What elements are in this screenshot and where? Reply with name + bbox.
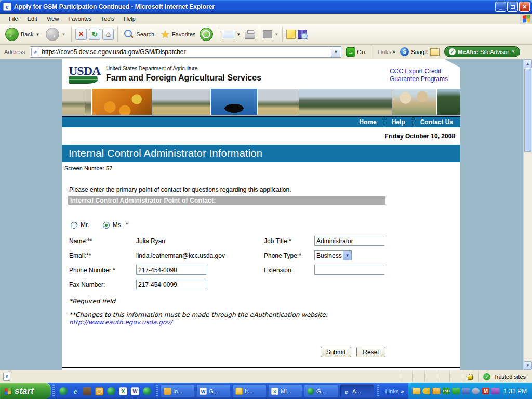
nav-home[interactable]: Home [352,117,383,127]
snagit-capture-icon[interactable] [430,48,440,56]
scroll-down-icon[interactable]: ▼ [524,361,532,370]
address-input[interactable]: e https://cove5.dev.sc.egov.usda.gov/GSM… [30,46,341,58]
taskbar-clock[interactable]: 1:31 PM [503,388,527,395]
quicklaunch-excel-icon[interactable]: X [119,387,127,395]
tray-server-icon[interactable] [491,388,499,394]
quicklaunch-internet-icon[interactable] [107,387,115,395]
fax-number-input[interactable] [136,280,206,289]
search-button[interactable]: Search [122,28,156,41]
quicklaunch-app-icon[interactable] [83,387,91,395]
stop-button[interactable]: ✕ [75,29,87,40]
back-button[interactable]: ← Back ▼ [3,26,42,42]
task-button-excel[interactable]: X Mi... [268,384,302,397]
quicklaunch-word-icon[interactable]: W [131,387,139,395]
nav-contact-us[interactable]: Contact Us [413,117,460,127]
email-value: linda.leatherman@kcc.usda.gov [136,252,264,259]
mail-dropdown-icon[interactable]: ▼ [236,32,241,37]
tray-device-icon[interactable] [452,388,460,394]
program-line1[interactable]: CCC Export Credit [390,68,448,75]
extension-input[interactable] [314,265,384,275]
tray-mcafee-icon[interactable]: M [482,388,489,394]
links-toolbar[interactable]: Links » [376,49,397,55]
home-button[interactable]: ⌂ [102,29,114,40]
task-button-inbox[interactable]: In... [161,384,195,397]
tray-clock-icon[interactable] [432,388,440,394]
back-dropdown-icon[interactable]: ▼ [35,32,39,37]
scroll-up-icon[interactable]: ▲ [524,59,532,68]
task-button-ie-active[interactable]: e A... [340,384,374,397]
print-button[interactable] [245,32,255,39]
toolbar-grip[interactable] [377,385,379,397]
menu-view[interactable]: View [42,15,64,23]
minimize-button[interactable]: _ [495,2,506,12]
snagit-button[interactable]: S SnagIt [400,47,428,56]
toolbar-grip[interactable] [52,385,55,397]
chevron-icon[interactable]: » [393,49,396,55]
restore-button[interactable] [507,2,518,12]
phone-number-input[interactable] [136,265,206,275]
menu-file[interactable]: File [4,15,23,23]
status-panel [437,372,448,381]
tray-display-icon[interactable] [462,388,470,394]
submit-button[interactable]: Submit [321,347,351,357]
radio-ms[interactable] [103,222,110,229]
research-button[interactable] [298,30,307,39]
vertical-scrollbar[interactable]: ▲ ▼ [523,59,532,370]
select-dropdown-icon[interactable]: ▼ [343,251,351,260]
phone-type-select[interactable]: Business ▼ [314,250,352,260]
folder-icon [235,388,243,395]
windows-flag-icon [5,387,11,394]
quicklaunch-ie-icon[interactable]: e [71,387,79,395]
toolbar-grip[interactable] [156,385,158,397]
section-header: Internal Control Administrator Point of … [68,196,385,205]
toolbar-separator [71,27,72,42]
quicklaunch-internet-icon[interactable] [143,387,151,395]
menu-edit[interactable]: Edit [23,15,42,23]
tray-keys-icon[interactable] [422,388,430,394]
eauth-link[interactable]: http://www.eauth.egov.usda.gov/ [69,318,460,326]
quicklaunch-internet-icon[interactable] [59,387,68,395]
favorites-button[interactable]: ★ Favorites [158,29,197,40]
program-line2[interactable]: Guarantee Programs [390,75,448,83]
task-button-browser[interactable]: G... [304,384,338,397]
form-buttons: Submit Reset [62,326,460,364]
taskbar-links-toolbar[interactable]: Links » [381,383,408,399]
ie-icon: e [343,388,350,395]
menu-tools[interactable]: Tools [97,15,119,23]
history-button[interactable] [200,28,213,41]
reset-button[interactable]: Reset [356,347,385,357]
mcafee-siteadvisor-button[interactable]: ✓ McAfee SiteAdvisor ▼ [444,46,520,57]
notes-button[interactable] [286,30,296,39]
edit-button[interactable] [263,30,272,38]
task-button-word-doc[interactable]: W G... [196,384,231,397]
program-link[interactable]: CCC Export Credit Guarantee Programs [390,68,448,83]
browser-viewport: USDA United States Department of Agricul… [0,59,532,370]
task-button-folder[interactable]: I:... [232,384,267,397]
siteadvisor-dropdown-icon[interactable]: ▼ [511,49,515,54]
quicklaunch-clock-icon[interactable] [95,387,103,395]
radio-mr[interactable] [71,222,77,229]
refresh-button[interactable]: ↻ [89,29,100,40]
window-titlebar[interactable]: e Apply for GSM Participation Continued … [0,0,532,14]
scrollbar-thumb[interactable] [524,69,531,152]
go-button[interactable]: → Go [344,47,367,57]
job-title-label: Job Title:* [264,237,314,245]
tray-tsd-icon[interactable]: TSD [442,388,450,394]
forward-button[interactable]: → ▼ [44,26,68,42]
toolbar-separator [217,27,217,42]
job-title-input[interactable] [314,236,384,246]
tray-volume-icon[interactable] [472,388,480,394]
tray-mail-icon[interactable] [413,388,420,394]
menu-help[interactable]: Help [119,15,140,23]
mail-button[interactable]: ▼ [221,30,243,39]
start-button[interactable]: start [0,383,51,399]
menu-favorites[interactable]: Favorites [63,15,96,23]
address-dropdown-icon[interactable]: ▼ [331,47,340,57]
form-instructions: Please enter the primary point of contac… [62,171,460,196]
close-button[interactable]: ✕ [519,2,530,12]
address-url[interactable]: https://cove5.dev.sc.egov.usda.gov/GSM/D… [42,48,329,56]
status-bar: e ✓ Trusted sites [0,370,532,383]
nav-help[interactable]: Help [384,117,413,127]
chevron-icon[interactable]: » [401,388,404,394]
scrollbar-track[interactable] [524,152,532,361]
